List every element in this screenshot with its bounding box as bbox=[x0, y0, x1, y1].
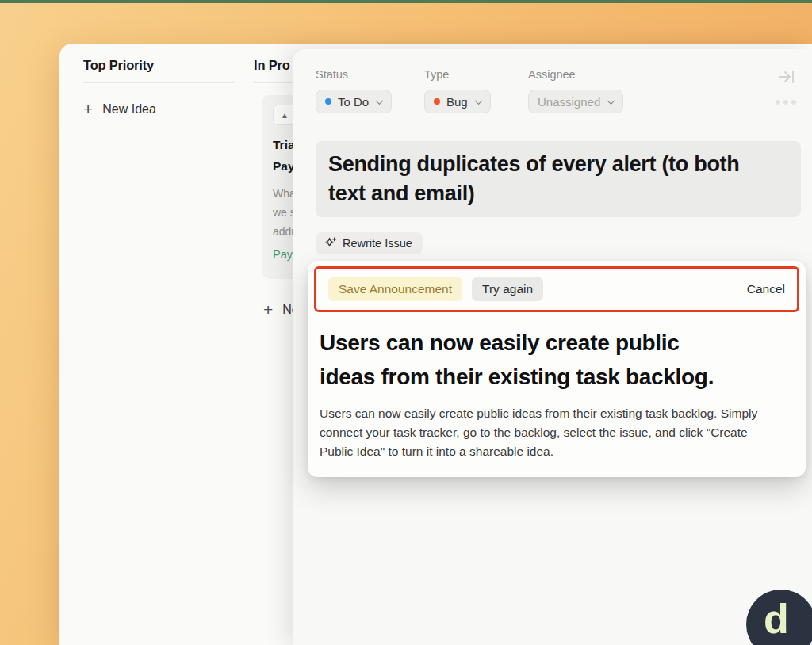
type-label: Type bbox=[424, 68, 491, 81]
assignee-label: Assignee bbox=[528, 68, 623, 81]
announcement-body: Users can now easily create public ideas… bbox=[320, 404, 779, 461]
sparkle-icon bbox=[324, 236, 337, 250]
issue-title-input[interactable]: Sending duplicates of every alert (to bo… bbox=[316, 141, 801, 217]
save-announcement-button[interactable]: Save Announcement bbox=[328, 277, 462, 301]
assignee-field: Assignee Unassigned bbox=[528, 68, 623, 113]
chevron-down-icon bbox=[607, 97, 615, 105]
chevron-down-icon bbox=[474, 97, 482, 105]
type-field: Type Bug bbox=[424, 68, 491, 113]
column-title-top-priority: Top Priority bbox=[83, 58, 154, 73]
type-dot-icon bbox=[434, 98, 440, 105]
status-field: Status To Do bbox=[316, 68, 392, 113]
issue-title-text: Sending duplicates of every alert (to bo… bbox=[328, 150, 741, 208]
collapse-panel-icon[interactable] bbox=[777, 68, 796, 86]
chevron-down-icon bbox=[376, 97, 384, 105]
rewrite-issue-button[interactable]: Rewrite Issue bbox=[316, 232, 423, 254]
new-idea-label: New Idea bbox=[102, 102, 156, 116]
top-accent-bar bbox=[0, 0, 812, 3]
type-dropdown[interactable]: Bug bbox=[424, 90, 491, 113]
try-again-button[interactable]: Try again bbox=[472, 277, 543, 301]
upvote-icon: ▲ bbox=[281, 111, 289, 120]
assignee-value: Unassigned bbox=[538, 95, 600, 109]
brand-logo-letter: d bbox=[764, 595, 789, 643]
status-dot-icon bbox=[325, 98, 331, 105]
more-options-icon[interactable] bbox=[776, 100, 796, 105]
plus-icon: + bbox=[263, 301, 273, 318]
plus-icon: + bbox=[83, 101, 93, 117]
column-divider bbox=[83, 82, 234, 83]
status-label: Status bbox=[316, 68, 392, 81]
page-background: { "colors": { "accent_green_bar": "#4e7b… bbox=[0, 0, 812, 645]
modal-header-icons bbox=[776, 68, 796, 105]
status-dropdown[interactable]: To Do bbox=[316, 90, 392, 113]
modal-divider bbox=[309, 132, 812, 132]
new-idea-button[interactable]: + New Idea bbox=[83, 101, 156, 117]
announcement-heading: Users can now easily create public ideas… bbox=[320, 326, 736, 394]
type-value: Bug bbox=[446, 95, 468, 109]
announcement-popover: Save Announcement Try again Cancel Users… bbox=[308, 261, 806, 477]
assignee-dropdown[interactable]: Unassigned bbox=[528, 90, 623, 113]
action-bar-highlight: Save Announcement Try again Cancel bbox=[314, 266, 799, 312]
rewrite-issue-label: Rewrite Issue bbox=[343, 237, 412, 250]
status-value: To Do bbox=[338, 95, 369, 109]
column-title-in-progress: In Pro bbox=[254, 58, 290, 73]
cancel-button[interactable]: Cancel bbox=[747, 282, 785, 296]
